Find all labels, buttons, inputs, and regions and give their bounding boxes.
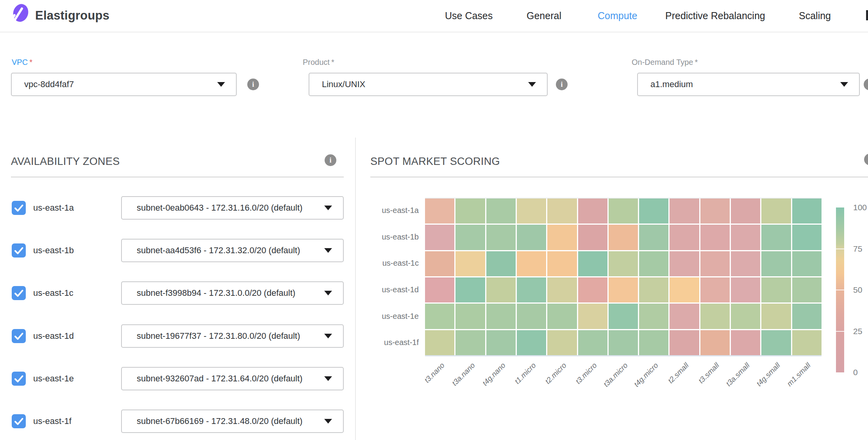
heatmap-cell[interactable] xyxy=(609,199,638,224)
heatmap-cell[interactable] xyxy=(486,225,516,250)
heatmap-cell[interactable] xyxy=(455,199,485,224)
heatmap-cell[interactable] xyxy=(517,225,546,250)
heatmap-cell[interactable] xyxy=(517,199,546,224)
heatmap-cell[interactable] xyxy=(517,304,546,329)
heatmap-cell[interactable] xyxy=(609,277,638,302)
heatmap-cell[interactable] xyxy=(425,251,454,276)
heatmap-cell[interactable] xyxy=(792,330,822,355)
nav-item-use-cases[interactable]: Use Cases xyxy=(445,0,493,32)
heatmap-cell[interactable] xyxy=(792,199,822,224)
heatmap-cell[interactable] xyxy=(425,225,454,250)
heatmap-cell[interactable] xyxy=(455,277,485,302)
heatmap-cell[interactable] xyxy=(609,225,638,250)
heatmap-cell[interactable] xyxy=(547,199,577,224)
availability-zones-info-icon[interactable]: i xyxy=(325,154,336,166)
product-info-icon[interactable]: i xyxy=(556,79,568,90)
heatmap-cell[interactable] xyxy=(578,304,607,329)
subnet-select-us-east-1d[interactable]: subnet-19677f37 - 172.31.80.0/20 (defaul… xyxy=(121,324,344,348)
heatmap-cell[interactable] xyxy=(486,277,516,302)
heatmap-cell[interactable] xyxy=(700,277,730,302)
heatmap-cell[interactable] xyxy=(547,304,577,329)
heatmap-cell[interactable] xyxy=(700,330,730,355)
heatmap-cell[interactable] xyxy=(731,277,760,302)
heatmap-cell[interactable] xyxy=(609,251,638,276)
heatmap-cell[interactable] xyxy=(547,330,577,355)
heatmap-cell[interactable] xyxy=(700,225,730,250)
vpc-select[interactable]: vpc-8dd4faf7 xyxy=(11,73,237,96)
subnet-select-us-east-1a[interactable]: subnet-0eab0643 - 172.31.16.0/20 (defaul… xyxy=(121,196,344,220)
az-checkbox-us-east-1a[interactable] xyxy=(12,201,26,215)
subnet-select-us-east-1e[interactable]: subnet-932607ad - 172.31.64.0/20 (defaul… xyxy=(121,367,344,390)
subnet-select-us-east-1b[interactable]: subnet-aa4d53f6 - 172.31.32.0/20 (defaul… xyxy=(121,239,344,262)
heatmap-cell[interactable] xyxy=(670,199,699,224)
heatmap-cell[interactable] xyxy=(639,225,668,250)
subnet-select-us-east-1f[interactable]: subnet-67b66169 - 172.31.48.0/20 (defaul… xyxy=(121,410,344,433)
heatmap-cell[interactable] xyxy=(425,330,454,355)
heatmap-cell[interactable] xyxy=(578,330,607,355)
nav-item-general[interactable]: General xyxy=(527,0,561,32)
az-checkbox-us-east-1c[interactable] xyxy=(12,286,26,300)
heatmap-cell[interactable] xyxy=(609,330,638,355)
heatmap-cell[interactable] xyxy=(425,199,454,224)
heatmap-cell[interactable] xyxy=(578,251,607,276)
heatmap-cell[interactable] xyxy=(761,277,791,302)
heatmap-cell[interactable] xyxy=(731,330,760,355)
heatmap-cell[interactable] xyxy=(792,304,822,329)
heatmap-cell[interactable] xyxy=(517,251,546,276)
heatmap-cell[interactable] xyxy=(547,251,577,276)
spot-scoring-info-icon-clipped[interactable]: i xyxy=(864,154,868,165)
heatmap-cell[interactable] xyxy=(425,304,454,329)
heatmap-cell[interactable] xyxy=(455,251,485,276)
heatmap-cell[interactable] xyxy=(639,199,668,224)
heatmap-cell[interactable] xyxy=(578,199,607,224)
heatmap-cell[interactable] xyxy=(486,199,516,224)
heatmap-cell[interactable] xyxy=(609,304,638,329)
heatmap-cell[interactable] xyxy=(670,304,699,329)
heatmap-cell[interactable] xyxy=(792,225,822,250)
heatmap-cell[interactable] xyxy=(425,277,454,302)
heatmap-cell[interactable] xyxy=(761,330,791,355)
heatmap-cell[interactable] xyxy=(700,199,730,224)
heatmap-cell[interactable] xyxy=(517,330,546,355)
on-demand-info-icon-clipped[interactable]: i xyxy=(864,79,868,90)
heatmap-cell[interactable] xyxy=(700,251,730,276)
heatmap-cell[interactable] xyxy=(455,330,485,355)
az-checkbox-us-east-1b[interactable] xyxy=(12,243,26,258)
heatmap-cell[interactable] xyxy=(547,277,577,302)
heatmap-cell[interactable] xyxy=(731,225,760,250)
az-checkbox-us-east-1d[interactable] xyxy=(12,329,26,343)
heatmap-cell[interactable] xyxy=(761,225,791,250)
vpc-info-icon[interactable]: i xyxy=(247,79,259,90)
subnet-select-us-east-1c[interactable]: subnet-f3998b94 - 172.31.0.0/20 (default… xyxy=(121,281,344,305)
heatmap-cell[interactable] xyxy=(639,304,668,329)
heatmap-cell[interactable] xyxy=(670,251,699,276)
heatmap-cell[interactable] xyxy=(731,251,760,276)
heatmap-cell[interactable] xyxy=(486,330,516,355)
heatmap-cell[interactable] xyxy=(761,251,791,276)
heatmap-cell[interactable] xyxy=(455,304,485,329)
heatmap-cell[interactable] xyxy=(517,277,546,302)
heatmap-cell[interactable] xyxy=(639,251,668,276)
heatmap-cell[interactable] xyxy=(639,330,668,355)
nav-item-predictive-rebalancing[interactable]: Predictive Rebalancing xyxy=(665,0,765,32)
az-checkbox-us-east-1e[interactable] xyxy=(12,372,26,386)
heatmap-cell[interactable] xyxy=(639,277,668,302)
heatmap-cell[interactable] xyxy=(731,199,760,224)
heatmap-cell[interactable] xyxy=(547,225,577,250)
heatmap-cell[interactable] xyxy=(578,225,607,250)
heatmap-cell[interactable] xyxy=(700,304,730,329)
heatmap-cell[interactable] xyxy=(761,304,791,329)
nav-item-clipped[interactable] xyxy=(866,10,868,20)
heatmap-cell[interactable] xyxy=(578,277,607,302)
heatmap-cell[interactable] xyxy=(731,304,760,329)
heatmap-cell[interactable] xyxy=(455,225,485,250)
heatmap-cell[interactable] xyxy=(670,225,699,250)
on-demand-type-select[interactable]: a1.medium xyxy=(637,73,860,96)
heatmap-cell[interactable] xyxy=(670,330,699,355)
heatmap-cell[interactable] xyxy=(761,199,791,224)
nav-item-compute[interactable]: Compute xyxy=(598,0,637,32)
heatmap-cell[interactable] xyxy=(486,304,516,329)
heatmap-cell[interactable] xyxy=(670,277,699,302)
az-checkbox-us-east-1f[interactable] xyxy=(12,414,26,428)
product-select[interactable]: Linux/UNIX xyxy=(309,73,548,96)
